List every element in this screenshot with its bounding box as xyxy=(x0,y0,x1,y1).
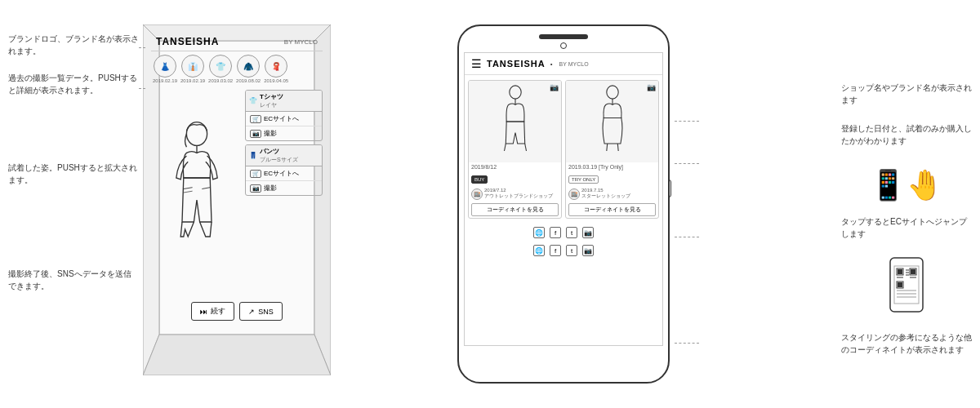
app-card-shop-2: 🏬 2019.7.15 スターレットショップ xyxy=(566,186,658,202)
next-button[interactable]: ⏭ 続す xyxy=(191,302,234,321)
smartphone-speaker xyxy=(539,34,588,39)
svg-line-13 xyxy=(504,144,506,151)
next-label: 続す xyxy=(211,306,225,317)
svg-line-14 xyxy=(524,144,526,151)
fr-item1-label: 👕 Tシャツ レイヤ xyxy=(246,91,322,112)
fr-photo-btn-2[interactable]: 📷 撮影 xyxy=(246,181,322,195)
fr-ec-btn-2[interactable]: 🛒 ECサイトへ xyxy=(246,166,322,181)
right-annotation-block-3: タップするとECサイトへジャンプします xyxy=(841,215,972,240)
fr-camera-icon-1: 📷 xyxy=(250,130,261,138)
app-card-shop-icon-2: 🏬 xyxy=(568,188,580,200)
app-cards: 📷 2019/8/12 xyxy=(465,75,662,224)
app-card-date-1: 2019/8/12 xyxy=(471,164,559,170)
fr-thumb-4[interactable]: 🧥 2019.08.02 xyxy=(236,55,261,83)
fitting-room-inner: TANSEISHA BY MYCLO 👗 2019.02.19 👔 2019.0… xyxy=(151,33,323,367)
fr-item2-label: 👖 パンツ ブルーSサイズ xyxy=(246,145,322,166)
fr-thumb-2[interactable]: 👔 2019.02.19 xyxy=(180,55,205,83)
svg-point-11 xyxy=(509,86,520,99)
fr-thumb-icon-2[interactable]: 👔 xyxy=(181,55,204,78)
connector-1 xyxy=(139,47,145,48)
annotation-block-4: 撮影終了後、SNSへデータを送信できます。 xyxy=(8,268,139,292)
fr-subbrand: BY MYCLO xyxy=(284,38,318,46)
app-header: ☰ TANSEISHA • BY MYCLO xyxy=(465,53,662,75)
fr-photo-btn-1[interactable]: 📷 撮影 xyxy=(246,126,322,140)
left-annotations: ブランドロゴ、ブランド名が表示されます。 過去の撮影一覧データ。PUSHすると詳… xyxy=(8,33,139,307)
svg-line-17 xyxy=(606,144,607,151)
hamburger-icon[interactable]: ☰ xyxy=(471,57,482,70)
app-card-info-1: 2019/8/12 BUY xyxy=(469,162,561,186)
fr-thumb-icon-1[interactable]: 👗 xyxy=(154,55,176,78)
app-card-coordinate-btn-1[interactable]: コーディネイトを見る xyxy=(471,203,559,216)
fr-photo-label-2: 撮影 xyxy=(264,184,277,193)
app-social-instagram[interactable]: 📷 xyxy=(582,227,594,238)
fr-brand: TANSEISHA xyxy=(156,36,219,47)
fr-item1-name: Tシャツ xyxy=(260,92,283,101)
fr-thumbnails: 👗 2019.02.19 👔 2019.02.19 👕 2019.03.02 🧥… xyxy=(151,51,323,86)
app-social-twitter-2[interactable]: t xyxy=(566,245,577,256)
app-card-2[interactable]: 📷 2019.03.19 [Try Onl xyxy=(565,80,659,219)
smartphone: ☰ TANSEISHA • BY MYCLO 📷 xyxy=(457,24,670,384)
fr-thumb-1[interactable]: 👗 2019.02.19 xyxy=(153,55,177,83)
app-card-img-1: 📷 xyxy=(469,81,561,162)
app-card-date-2: 2019.03.19 [Try Only] xyxy=(568,164,656,170)
right-annotation-text-2: 登録した日付と、試着のみか購入したかがわかります xyxy=(841,124,972,145)
fr-thumb-icon-4[interactable]: 🧥 xyxy=(237,55,260,78)
app-social-fb[interactable]: f xyxy=(550,227,561,238)
connector-2 xyxy=(139,88,145,89)
app-social-fb-2[interactable]: f xyxy=(550,245,561,256)
next-icon: ⏭ xyxy=(200,308,207,316)
fr-thumb-date-3: 2019.03.02 xyxy=(208,78,233,83)
sns-label: SNS xyxy=(258,308,274,316)
app-card-badge-2: TRY ONLY xyxy=(568,175,599,184)
smartphone-camera xyxy=(560,42,567,49)
fr-thumb-date-1: 2019.02.19 xyxy=(153,78,177,83)
app-screen: ☰ TANSEISHA • BY MYCLO 📷 xyxy=(464,52,663,346)
annotation-text-2: 過去の撮影一覧データ。PUSHすると詳細が表示されます。 xyxy=(8,73,137,95)
app-card-1[interactable]: 📷 2019/8/12 xyxy=(468,80,562,219)
right-connector-1 xyxy=(675,121,699,122)
fr-thumb-date-2: 2019.02.19 xyxy=(180,78,205,83)
fr-ec-label-1: ECサイトへ xyxy=(264,114,299,123)
fr-thumb-date-5: 2019.04.05 xyxy=(264,78,288,83)
fr-thumb-icon-5[interactable]: 🧣 xyxy=(265,55,287,78)
svg-line-18 xyxy=(617,144,618,151)
svg-rect-24 xyxy=(911,269,915,274)
app-social-bar-2: 🌐 f t 📷 xyxy=(465,242,662,259)
fr-cart-icon-1: 🛒 xyxy=(250,115,261,123)
svg-rect-26 xyxy=(898,282,902,287)
svg-rect-22 xyxy=(898,269,902,274)
sns-button[interactable]: ↗ SNS xyxy=(239,302,283,321)
fitting-room: TANSEISHA BY MYCLO 👗 2019.02.19 👔 2019.0… xyxy=(143,24,331,375)
svg-point-15 xyxy=(606,86,617,99)
right-annotation-text-4: スタイリングの参考になるような他のコーディネイトが表示されます xyxy=(841,333,972,354)
hand-phone-illustration: 📱🤚 xyxy=(841,163,972,207)
svg-line-8 xyxy=(183,188,192,189)
app-subbrand: BY MYCLO xyxy=(559,61,589,67)
fr-thumb-icon-3[interactable]: 👕 xyxy=(209,55,232,78)
app-card-shop-name-2: スターレットショップ xyxy=(581,193,630,200)
annotation-text-1: ブランドロゴ、ブランド名が表示されます。 xyxy=(8,34,139,55)
fr-photo-label-1: 撮影 xyxy=(264,129,277,138)
right-annotation-block-2: 登録した日付と、試着のみか購入したかがわかります xyxy=(841,122,972,147)
fr-ec-btn-1[interactable]: 🛒 ECサイトへ xyxy=(246,112,322,126)
fr-camera-icon-2: 📷 xyxy=(250,184,261,193)
fr-thumb-date-4: 2019.08.02 xyxy=(236,78,261,83)
right-annotation-text-3: タップするとECサイトへジャンプします xyxy=(841,217,967,238)
app-card-coordinate-btn-2[interactable]: コーディネイトを見る xyxy=(568,203,656,216)
app-social-twitter[interactable]: t xyxy=(566,227,577,238)
annotation-text-4: 撮影終了後、SNSへデータを送信できます。 xyxy=(8,269,131,290)
app-card-camera-icon-1: 📷 xyxy=(550,83,559,91)
right-annotation-block-4: スタイリングの参考になるような他のコーディネイトが表示されます xyxy=(841,331,972,356)
app-card-badge-1: BUY xyxy=(471,175,488,184)
app-card-shop-name-1: アウトレットブランドショップ xyxy=(484,193,553,200)
app-social-instagram-2[interactable]: 📷 xyxy=(582,245,594,256)
fr-cart-icon-2: 🛒 xyxy=(250,170,261,178)
fr-header: TANSEISHA BY MYCLO xyxy=(151,33,323,51)
fr-thumb-3[interactable]: 👕 2019.03.02 xyxy=(208,55,233,83)
app-card-info-2: 2019.03.19 [Try Only] TRY ONLY xyxy=(566,162,658,186)
app-card-shop-1: 🏬 2019/7.12 アウトレットブランドショップ xyxy=(469,186,561,202)
app-social-web[interactable]: 🌐 xyxy=(533,227,545,238)
app-social-web-2[interactable]: 🌐 xyxy=(533,245,545,256)
fr-thumb-5[interactable]: 🧣 2019.04.05 xyxy=(264,55,288,83)
right-annotations: ショップ名やブランド名が表示されます 登録した日付と、試着のみか購入したかがわか… xyxy=(841,82,972,372)
